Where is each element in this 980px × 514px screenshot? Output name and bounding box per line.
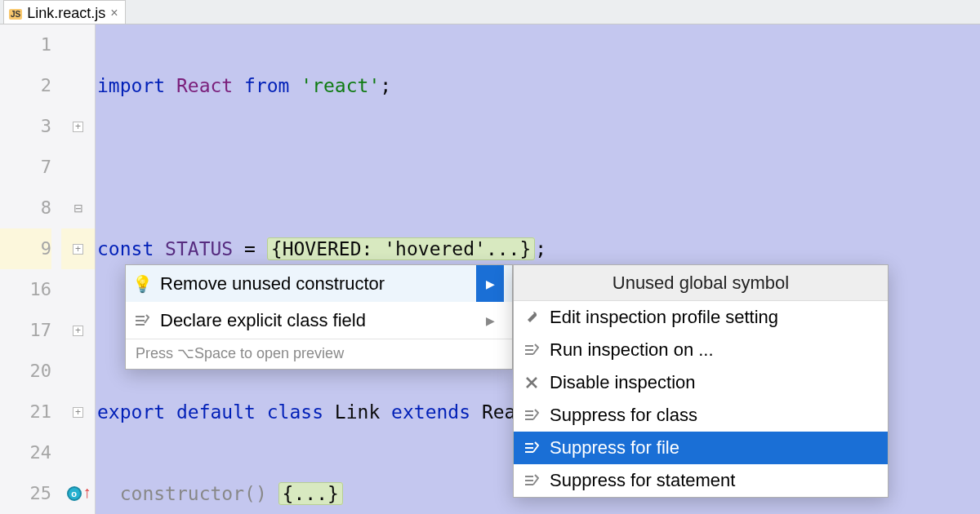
submenu-item-run-inspection[interactable]: Run inspection on ...	[514, 334, 888, 366]
line-number: 2	[0, 65, 51, 106]
line-number: 7	[0, 147, 51, 188]
line-number: 8	[0, 188, 51, 228]
suppress-icon	[523, 407, 540, 423]
submenu-item-label: Suppress for file	[550, 437, 679, 459]
submenu-arrow-icon: ▶	[476, 302, 504, 339]
intention-hint: Press ⌥Space to open preview	[126, 339, 512, 369]
line-number-gutter: 1 2 3 7 8 9 16 17 20 21 24 25 37	[0, 24, 61, 514]
line-number: 16	[0, 269, 51, 310]
intention-item-label: Declare explicit class field	[160, 310, 366, 331]
submenu-item-label: Edit inspection profile setting	[550, 307, 778, 328]
submenu-item-label: Disable inspection	[550, 372, 696, 393]
intention-submenu-popup: Unused global symbol Edit inspection pro…	[513, 264, 889, 498]
intention-item-remove-unused-constructor[interactable]: 💡 Remove unused constructor ▶	[126, 265, 512, 302]
submenu-arrow-icon: ▶	[476, 265, 504, 302]
editor-tab[interactable]: JS Link.react.js ×	[3, 0, 126, 24]
suppress-icon	[523, 342, 540, 358]
suppress-icon	[134, 312, 150, 329]
cross-icon	[523, 374, 540, 391]
submenu-item-edit-inspection-profile[interactable]: Edit inspection profile setting	[514, 301, 888, 334]
line-number: 17	[0, 310, 51, 351]
folded-region[interactable]: {HOVERED: 'hovered'...}	[267, 237, 536, 260]
line-number: 24	[0, 432, 51, 473]
fold-expand-icon[interactable]: +	[73, 122, 83, 132]
fold-expand-icon[interactable]: +	[73, 407, 83, 418]
line-number: 20	[0, 351, 51, 392]
submenu-item-suppress-for-file[interactable]: Suppress for file	[514, 432, 888, 464]
submenu-item-disable-inspection[interactable]: Disable inspection	[514, 366, 888, 399]
submenu-header: Unused global symbol	[514, 265, 888, 301]
wrench-icon	[523, 309, 540, 326]
intention-actions-popup: 💡 Remove unused constructor ▶ Declare ex…	[125, 264, 513, 370]
suppress-icon	[523, 472, 540, 489]
tab-bar: JS Link.react.js ×	[0, 0, 980, 24]
line-number: 3	[0, 106, 51, 147]
fold-expand-icon[interactable]: +	[73, 244, 83, 255]
submenu-item-label: Suppress for class	[550, 405, 697, 426]
fold-gutter: + ⊟ + + + o↑ ⊟	[61, 24, 96, 514]
submenu-item-suppress-for-class[interactable]: Suppress for class	[514, 399, 888, 432]
line-number: 21	[0, 392, 51, 432]
close-tab-icon[interactable]: ×	[110, 6, 118, 20]
submenu-item-label: Run inspection on ...	[550, 339, 714, 361]
tab-filename: Link.react.js	[27, 5, 105, 22]
fold-collapse-icon[interactable]: ⊟	[74, 202, 83, 215]
folded-region[interactable]: {...}	[278, 482, 343, 505]
override-gutter-icon[interactable]: o	[67, 486, 82, 501]
lightbulb-icon: 💡	[134, 276, 150, 292]
line-number: 25	[0, 473, 51, 514]
line-number: 9	[0, 228, 51, 269]
fold-expand-icon[interactable]: +	[73, 326, 83, 336]
js-file-icon: JS	[9, 9, 22, 20]
suppress-icon	[523, 440, 540, 456]
submenu-item-suppress-for-statement[interactable]: Suppress for statement	[514, 464, 888, 497]
submenu-item-label: Suppress for statement	[550, 470, 735, 491]
intention-item-declare-explicit-class-field[interactable]: Declare explicit class field ▶	[126, 302, 512, 339]
line-number: 1	[0, 24, 51, 65]
intention-item-label: Remove unused constructor	[160, 273, 385, 295]
override-up-arrow-icon: ↑	[83, 483, 91, 502]
